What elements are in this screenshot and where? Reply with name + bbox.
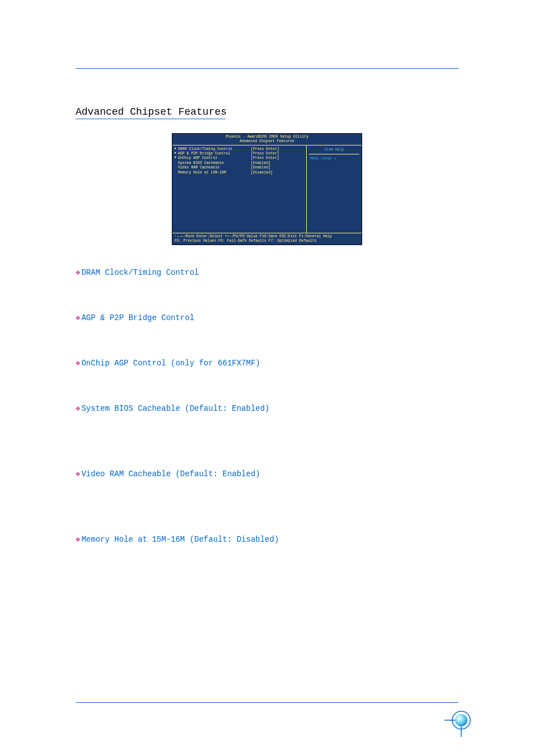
bios-footer-line2: F5: Previous Values F6: Fail-Safe Defaul… [175,239,359,243]
feature-title: ❖OnChip AGP Control (only for 661FX7MF) [76,358,458,368]
bios-left-panel: DRAM Clock/Timing Control[Press Enter]AG… [172,145,307,233]
bios-right-panel: Item Help Menu Level ▸ [307,145,362,233]
diamond-bullet-icon: ❖ [76,313,80,322]
feature-title: ❖Video RAM Cacheable (Default: Enabled) [76,469,458,478]
svg-point-3 [455,714,467,726]
diamond-bullet-icon: ❖ [76,358,80,368]
feature-label: AGP & P2P Bridge Control [81,313,194,322]
feature-label: OnChip AGP Control (only for 661FX7MF) [81,359,260,368]
bios-row[interactable]: Video RAM Cacheable[Enabled] [175,166,304,170]
feature-label: System BIOS Cacheable (Default: Enabled) [81,404,269,413]
diamond-bullet-icon: ❖ [76,403,80,413]
feature-item: ❖Memory Hole at 15M-16M (Default: Disabl… [76,534,458,544]
feature-label: DRAM Clock/Timing Control [81,268,199,277]
bios-item-label: Memory Hole at 15M-16M [178,171,251,175]
feature-title: ❖System BIOS Cacheable (Default: Enabled… [76,403,458,413]
feature-item: ❖AGP & P2P Bridge Control [76,313,458,322]
bios-item-label: AGP & P2P Bridge Control [178,152,251,156]
bios-row[interactable]: AGP & P2P Bridge Control[Press Enter] [175,152,304,156]
corner-decoration [444,703,478,737]
bios-body: DRAM Clock/Timing Control[Press Enter]AG… [172,145,362,234]
feature-label: Video RAM Cacheable (Default: Enabled) [81,469,260,478]
bios-item-value: [Enabled] [251,161,270,166]
bios-row[interactable]: DRAM Clock/Timing Control[Press Enter] [175,147,304,152]
bios-item-value: [Press Enter] [251,156,279,161]
feature-item: ❖DRAM Clock/Timing Control [76,267,458,277]
diamond-bullet-icon: ❖ [76,267,80,277]
bios-title-line2: Advanced Chipset Features [175,139,359,144]
feature-item: ❖OnChip AGP Control (only for 661FX7MF) [76,358,458,368]
bios-row[interactable]: System BIOS Cacheable[Enabled] [175,161,304,166]
feature-item: ❖Video RAM Cacheable (Default: Enabled) [76,469,458,478]
bios-item-label: OnChip AGP Control [178,156,251,161]
bios-item-label: Video RAM Cacheable [178,166,251,170]
bios-item-label: DRAM Clock/Timing Control [178,147,251,152]
feature-item: ❖System BIOS Cacheable (Default: Enabled… [76,403,458,413]
triangle-icon [175,152,176,154]
triangle-icon [175,147,176,149]
footer-divider [76,702,458,703]
feature-title: ❖DRAM Clock/Timing Control [76,267,458,277]
diamond-bullet-icon: ❖ [76,534,80,544]
bios-item-value: [Press Enter] [251,147,279,152]
feature-title: ❖Memory Hole at 15M-16M (Default: Disabl… [76,534,458,544]
diamond-bullet-icon: ❖ [76,469,80,478]
feature-title: ❖AGP & P2P Bridge Control [76,313,458,322]
bios-item-label: System BIOS Cacheable [178,161,251,166]
bios-screenshot: Phoenix - AwardBIOS CMOS Setup Utility A… [172,133,362,245]
bios-row[interactable]: OnChip AGP Control[Press Enter] [175,156,304,161]
section-title: Advanced Chipset Features [76,106,458,119]
content-area: Advanced Chipset Features Phoenix - Awar… [76,106,458,580]
bios-title: Phoenix - AwardBIOS CMOS Setup Utility A… [172,134,362,145]
features-list: ❖DRAM Clock/Timing Control❖AGP & P2P Bri… [76,267,458,544]
bios-item-value: [Press Enter] [251,152,279,156]
bios-title-line1: Phoenix - AwardBIOS CMOS Setup Utility [175,135,359,139]
bios-item-value: [Disabled] [251,171,273,175]
bios-row[interactable]: Memory Hole at 15M-16M[Disabled] [175,171,304,175]
bios-help-header: Item Help [309,147,359,154]
bios-footer: ↑↓→←:Move Enter:Select +/-/PU/PD:Value F… [172,233,362,245]
section-title-underline [76,119,226,119]
triangle-icon [175,156,176,158]
bios-footer-line1: ↑↓→←:Move Enter:Select +/-/PU/PD:Value F… [175,234,359,239]
bios-help-content: Menu Level ▸ [309,154,359,162]
bios-item-value: [Enabled] [251,166,270,170]
header-divider [76,68,458,69]
feature-label: Memory Hole at 15M-16M (Default: Disable… [81,535,279,544]
